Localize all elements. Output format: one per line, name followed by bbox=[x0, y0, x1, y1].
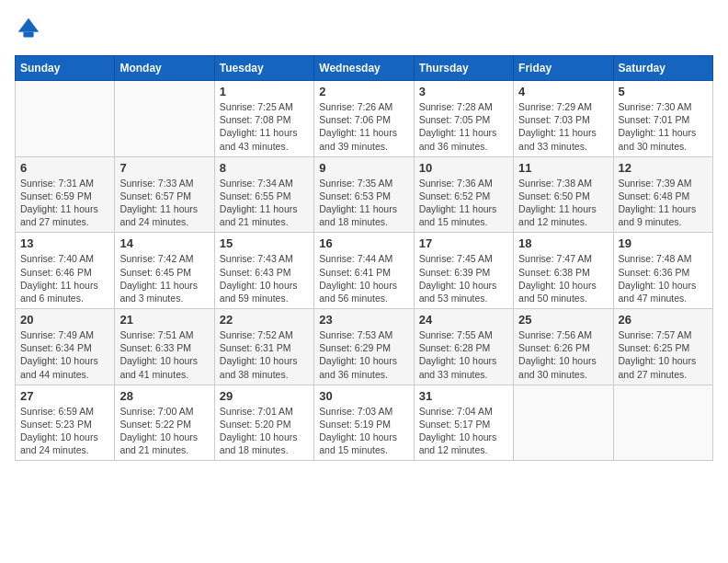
day-info: Sunrise: 7:26 AMSunset: 7:06 PMDaylight:… bbox=[319, 100, 408, 153]
calendar-cell: 3Sunrise: 7:28 AMSunset: 7:05 PMDaylight… bbox=[414, 81, 513, 157]
day-info: Sunrise: 7:45 AMSunset: 6:39 PMDaylight:… bbox=[419, 252, 508, 304]
weekday-header: Saturday bbox=[613, 56, 712, 81]
day-number: 10 bbox=[419, 161, 508, 175]
day-info: Sunrise: 7:47 AMSunset: 6:38 PMDaylight:… bbox=[518, 252, 608, 304]
calendar-cell: 16Sunrise: 7:44 AMSunset: 6:41 PMDayligh… bbox=[314, 233, 414, 309]
calendar-cell bbox=[115, 81, 214, 157]
day-number: 28 bbox=[119, 389, 209, 403]
day-info: Sunrise: 7:42 AMSunset: 6:45 PMDaylight:… bbox=[119, 252, 209, 304]
page-header bbox=[15, 15, 713, 42]
weekday-header: Tuesday bbox=[214, 56, 313, 81]
day-info: Sunrise: 7:52 AMSunset: 6:31 PMDaylight:… bbox=[220, 328, 309, 381]
day-number: 31 bbox=[419, 389, 508, 403]
calendar-cell: 28Sunrise: 7:00 AMSunset: 5:22 PMDayligh… bbox=[115, 385, 214, 461]
day-info: Sunrise: 7:39 AMSunset: 6:48 PMDaylight:… bbox=[619, 177, 708, 229]
day-number: 26 bbox=[619, 313, 708, 327]
calendar-cell: 26Sunrise: 7:57 AMSunset: 6:25 PMDayligh… bbox=[613, 309, 712, 385]
day-info: Sunrise: 7:49 AMSunset: 6:34 PMDaylight:… bbox=[20, 328, 109, 381]
calendar-cell: 15Sunrise: 7:43 AMSunset: 6:43 PMDayligh… bbox=[214, 233, 313, 309]
day-number: 25 bbox=[518, 313, 608, 327]
calendar-week-row: 27Sunrise: 6:59 AMSunset: 5:23 PMDayligh… bbox=[16, 385, 713, 461]
calendar-cell: 30Sunrise: 7:03 AMSunset: 5:19 PMDayligh… bbox=[314, 385, 414, 461]
weekday-header: Wednesday bbox=[314, 56, 414, 81]
day-info: Sunrise: 7:04 AMSunset: 5:17 PMDaylight:… bbox=[419, 405, 508, 457]
day-number: 20 bbox=[20, 313, 109, 327]
day-info: Sunrise: 7:55 AMSunset: 6:28 PMDaylight:… bbox=[419, 328, 508, 381]
calendar-cell: 12Sunrise: 7:39 AMSunset: 6:48 PMDayligh… bbox=[613, 156, 712, 233]
svg-marker-0 bbox=[18, 18, 40, 32]
calendar-cell: 31Sunrise: 7:04 AMSunset: 5:17 PMDayligh… bbox=[414, 385, 513, 461]
calendar-cell bbox=[16, 81, 115, 157]
calendar-cell: 13Sunrise: 7:40 AMSunset: 6:46 PMDayligh… bbox=[16, 233, 115, 309]
day-info: Sunrise: 7:35 AMSunset: 6:53 PMDaylight:… bbox=[319, 177, 408, 229]
day-info: Sunrise: 7:38 AMSunset: 6:50 PMDaylight:… bbox=[518, 177, 608, 229]
day-info: Sunrise: 7:40 AMSunset: 6:46 PMDaylight:… bbox=[20, 252, 109, 304]
day-info: Sunrise: 7:33 AMSunset: 6:57 PMDaylight:… bbox=[119, 177, 209, 229]
weekday-header: Friday bbox=[514, 56, 613, 81]
day-info: Sunrise: 7:28 AMSunset: 7:05 PMDaylight:… bbox=[419, 100, 508, 153]
day-number: 22 bbox=[220, 313, 309, 327]
day-number: 30 bbox=[319, 389, 408, 403]
day-info: Sunrise: 7:34 AMSunset: 6:55 PMDaylight:… bbox=[220, 177, 309, 229]
day-number: 9 bbox=[319, 161, 408, 175]
weekday-header-row: SundayMondayTuesdayWednesdayThursdayFrid… bbox=[16, 56, 713, 81]
day-info: Sunrise: 7:31 AMSunset: 6:59 PMDaylight:… bbox=[20, 177, 109, 229]
calendar-cell: 7Sunrise: 7:33 AMSunset: 6:57 PMDaylight… bbox=[115, 156, 214, 233]
calendar-cell: 2Sunrise: 7:26 AMSunset: 7:06 PMDaylight… bbox=[314, 81, 414, 157]
calendar-cell: 19Sunrise: 7:48 AMSunset: 6:36 PMDayligh… bbox=[613, 233, 712, 309]
logo-icon bbox=[15, 15, 42, 42]
day-number: 5 bbox=[619, 85, 708, 98]
calendar-table: SundayMondayTuesdayWednesdayThursdayFrid… bbox=[15, 55, 713, 461]
calendar-cell: 14Sunrise: 7:42 AMSunset: 6:45 PMDayligh… bbox=[115, 233, 214, 309]
calendar-cell: 4Sunrise: 7:29 AMSunset: 7:03 PMDaylight… bbox=[514, 81, 613, 157]
day-info: Sunrise: 7:56 AMSunset: 6:26 PMDaylight:… bbox=[518, 328, 608, 381]
calendar-cell: 22Sunrise: 7:52 AMSunset: 6:31 PMDayligh… bbox=[214, 309, 313, 385]
day-info: Sunrise: 7:53 AMSunset: 6:29 PMDaylight:… bbox=[319, 328, 408, 381]
calendar-week-row: 1Sunrise: 7:25 AMSunset: 7:08 PMDaylight… bbox=[16, 81, 713, 157]
day-number: 2 bbox=[319, 85, 408, 98]
calendar-cell: 27Sunrise: 6:59 AMSunset: 5:23 PMDayligh… bbox=[16, 385, 115, 461]
day-info: Sunrise: 7:57 AMSunset: 6:25 PMDaylight:… bbox=[619, 328, 708, 381]
calendar-week-row: 6Sunrise: 7:31 AMSunset: 6:59 PMDaylight… bbox=[16, 156, 713, 233]
day-info: Sunrise: 6:59 AMSunset: 5:23 PMDaylight:… bbox=[20, 405, 109, 457]
calendar-cell: 25Sunrise: 7:56 AMSunset: 6:26 PMDayligh… bbox=[514, 309, 613, 385]
calendar-cell: 23Sunrise: 7:53 AMSunset: 6:29 PMDayligh… bbox=[314, 309, 414, 385]
day-number: 24 bbox=[419, 313, 508, 327]
calendar-cell: 18Sunrise: 7:47 AMSunset: 6:38 PMDayligh… bbox=[514, 233, 613, 309]
calendar-cell: 11Sunrise: 7:38 AMSunset: 6:50 PMDayligh… bbox=[514, 156, 613, 233]
day-number: 21 bbox=[119, 313, 209, 327]
day-number: 13 bbox=[20, 236, 109, 250]
day-info: Sunrise: 7:44 AMSunset: 6:41 PMDaylight:… bbox=[319, 252, 408, 304]
day-number: 7 bbox=[119, 161, 209, 175]
logo bbox=[15, 15, 46, 42]
day-number: 27 bbox=[20, 389, 109, 403]
day-info: Sunrise: 7:36 AMSunset: 6:52 PMDaylight:… bbox=[419, 177, 508, 229]
calendar-cell: 21Sunrise: 7:51 AMSunset: 6:33 PMDayligh… bbox=[115, 309, 214, 385]
day-number: 15 bbox=[220, 236, 309, 250]
day-number: 6 bbox=[20, 161, 109, 175]
calendar-cell: 29Sunrise: 7:01 AMSunset: 5:20 PMDayligh… bbox=[214, 385, 313, 461]
day-info: Sunrise: 7:48 AMSunset: 6:36 PMDaylight:… bbox=[619, 252, 708, 304]
calendar-cell: 20Sunrise: 7:49 AMSunset: 6:34 PMDayligh… bbox=[16, 309, 115, 385]
day-number: 23 bbox=[319, 313, 408, 327]
calendar-cell: 17Sunrise: 7:45 AMSunset: 6:39 PMDayligh… bbox=[414, 233, 513, 309]
weekday-header: Sunday bbox=[16, 56, 115, 81]
calendar-cell: 24Sunrise: 7:55 AMSunset: 6:28 PMDayligh… bbox=[414, 309, 513, 385]
calendar-cell: 8Sunrise: 7:34 AMSunset: 6:55 PMDaylight… bbox=[214, 156, 313, 233]
day-number: 14 bbox=[119, 236, 209, 250]
day-number: 16 bbox=[319, 236, 408, 250]
day-number: 4 bbox=[518, 85, 608, 98]
day-number: 29 bbox=[220, 389, 309, 403]
day-info: Sunrise: 7:30 AMSunset: 7:01 PMDaylight:… bbox=[619, 100, 708, 153]
calendar-cell: 1Sunrise: 7:25 AMSunset: 7:08 PMDaylight… bbox=[214, 81, 313, 157]
day-number: 17 bbox=[419, 236, 508, 250]
weekday-header: Monday bbox=[115, 56, 214, 81]
day-info: Sunrise: 7:29 AMSunset: 7:03 PMDaylight:… bbox=[518, 100, 608, 153]
day-info: Sunrise: 7:43 AMSunset: 6:43 PMDaylight:… bbox=[220, 252, 309, 304]
calendar-cell: 9Sunrise: 7:35 AMSunset: 6:53 PMDaylight… bbox=[314, 156, 414, 233]
calendar-cell: 10Sunrise: 7:36 AMSunset: 6:52 PMDayligh… bbox=[414, 156, 513, 233]
day-info: Sunrise: 7:00 AMSunset: 5:22 PMDaylight:… bbox=[119, 405, 209, 457]
calendar-week-row: 20Sunrise: 7:49 AMSunset: 6:34 PMDayligh… bbox=[16, 309, 713, 385]
calendar-cell bbox=[514, 385, 613, 461]
day-info: Sunrise: 7:03 AMSunset: 5:19 PMDaylight:… bbox=[319, 405, 408, 457]
